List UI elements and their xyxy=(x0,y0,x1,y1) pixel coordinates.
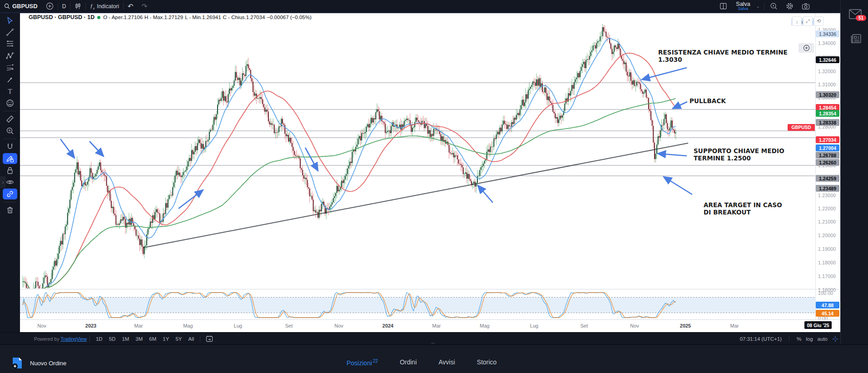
up-wicks xyxy=(23,24,676,289)
tab-label: Ordini xyxy=(400,358,417,366)
stochastic-pane-canvas[interactable] xyxy=(20,289,815,319)
trend-line-icon xyxy=(5,28,15,37)
go-to-date-button[interactable] xyxy=(203,335,216,342)
layout-panes-button[interactable] xyxy=(715,0,731,12)
save-button[interactable]: Salva Salva xyxy=(734,2,752,11)
range-button-1d[interactable]: 1D xyxy=(93,336,106,342)
lock-tool[interactable] xyxy=(3,165,17,176)
ascending-trendline[interactable] xyxy=(144,143,688,248)
emoji-tool[interactable] xyxy=(3,98,17,109)
tab-storico[interactable]: Storico xyxy=(477,358,497,367)
tradingview-link[interactable]: TradingView xyxy=(60,336,87,342)
annotation-text: SUPPORTO CHIAVE MEDIO xyxy=(694,147,784,154)
range-button-5y[interactable]: 5Y xyxy=(172,336,185,342)
indicators-button[interactable]: ƒx Indicatori xyxy=(86,0,123,12)
collapse-panel-chevron[interactable]: ︿ xyxy=(431,340,435,346)
chart-type-button[interactable] xyxy=(70,0,85,12)
screenshot-camera-button[interactable] xyxy=(799,0,813,12)
annotation-arrow[interactable] xyxy=(658,154,687,156)
fib-retracement-tool[interactable] xyxy=(3,39,17,50)
tab-ordini[interactable]: Ordini xyxy=(400,358,417,367)
target-note[interactable]: AREA TARGET IN CASODI BREAKOUT xyxy=(704,201,782,216)
ma-slow-line[interactable] xyxy=(23,99,676,288)
scroll-to-recent-icon[interactable]: ↓ xyxy=(792,16,802,26)
annotation-text: RESISTENZA CHIAVE MEDIO TERMINE xyxy=(658,49,788,56)
crosshair-target-icon[interactable] xyxy=(832,336,838,342)
range-button-1y[interactable]: 1Y xyxy=(159,336,172,342)
trend-line-tool[interactable] xyxy=(3,27,17,38)
time-axis[interactable]: 08 Giu '25 Nov2023MarMagLugSetNov2024Mar… xyxy=(20,319,840,333)
pullback-note[interactable]: PULLBACK xyxy=(689,97,726,104)
time-tick-label: 2024 xyxy=(382,323,393,328)
tab-label: Storico xyxy=(477,358,497,366)
toolbar-divider xyxy=(89,336,90,342)
reset-scale-icon[interactable]: ⟲ xyxy=(814,16,823,26)
pane-separator[interactable] xyxy=(20,289,840,289)
annotation-arrow[interactable] xyxy=(89,141,104,156)
link-tool[interactable] xyxy=(3,189,17,199)
undo-button[interactable]: ↶ xyxy=(124,0,138,12)
ruler-icon xyxy=(5,114,15,124)
annotation-arrow[interactable] xyxy=(664,177,692,194)
new-order-button[interactable]: Nuovo Ordine xyxy=(11,357,66,369)
time-tick-label: Set xyxy=(285,323,293,328)
stoch-scale-top: 100.00 xyxy=(818,290,833,296)
tab-count-badge: 22 xyxy=(373,358,378,363)
time-tick-label: Nov xyxy=(334,323,343,328)
annotation-arrow[interactable] xyxy=(642,68,687,80)
annotation-arrow[interactable] xyxy=(179,190,203,209)
tab-avvisi[interactable]: Avvisi xyxy=(439,358,455,367)
forecast-tool[interactable] xyxy=(3,62,17,73)
eye-icon xyxy=(5,178,15,187)
fib-retracement-icon xyxy=(5,40,15,49)
ruler-tool[interactable] xyxy=(3,114,17,124)
toolbar-divider xyxy=(4,111,16,111)
price-tick-label: 1.19000 xyxy=(818,246,836,252)
text-tool-tool[interactable]: T xyxy=(3,86,17,97)
compare-add-button[interactable] xyxy=(42,0,58,12)
save-menu-chevron[interactable]: ⌄ xyxy=(755,0,761,12)
price-scale[interactable]: 1.350001.340001.330001.320001.310001.300… xyxy=(816,12,840,319)
settings-gear-button[interactable] xyxy=(783,0,796,12)
magnet-tool[interactable] xyxy=(3,141,17,152)
annotation-text: PULLBACK xyxy=(689,97,726,104)
annotation-arrow[interactable] xyxy=(478,185,493,203)
range-button-5d[interactable]: 5D xyxy=(106,336,119,342)
powered-by: Powered by TradingView xyxy=(34,336,87,342)
annotation-arrow[interactable] xyxy=(673,102,687,109)
zoom-in-icon xyxy=(5,126,15,135)
trash-tool[interactable] xyxy=(3,204,17,215)
auto-scale-button[interactable]: auto xyxy=(818,336,828,342)
quick-search-button[interactable] xyxy=(767,0,780,12)
toolbar-divider xyxy=(4,202,16,202)
drawing-lock-tool[interactable] xyxy=(3,153,17,164)
chart-legend: GBPUSD · GBPUSD · 1D O - Aper.1.27106H -… xyxy=(29,14,313,20)
range-button-3m[interactable]: 3M xyxy=(132,336,146,342)
legend-symbol[interactable]: GBPUSD · GBPUSD · 1D xyxy=(29,14,94,20)
resistance-note[interactable]: RESISTENZA CHIAVE MEDIO TERMINE1.3030 xyxy=(658,49,788,63)
range-button-1m[interactable]: 1M xyxy=(119,336,132,342)
ma-mid-line[interactable] xyxy=(23,53,676,288)
toolbar-expand-handle[interactable]: › xyxy=(0,176,6,188)
percent-scale-button[interactable]: % xyxy=(797,336,801,342)
redo-button[interactable]: ↷ xyxy=(138,0,152,12)
price-tick-label: 1.23000 xyxy=(818,193,836,198)
clock-label[interactable]: 07:31:14 (UTC+1) xyxy=(740,336,782,342)
tab-posizioni[interactable]: Posizioni22 xyxy=(347,358,378,367)
log-scale-button[interactable]: log xyxy=(806,336,813,342)
symbol-search-button[interactable]: GBPUSD xyxy=(0,0,42,12)
cursor-tool[interactable] xyxy=(3,15,17,26)
interval-button[interactable]: D xyxy=(58,0,70,12)
trade-panel-bar: Nuovo Ordine Posizioni22OrdiniAvvisiStor… xyxy=(0,344,868,373)
maximize-pane-icon[interactable]: ⤢ xyxy=(803,16,813,26)
news-icon[interactable] xyxy=(850,33,862,45)
support-note[interactable]: SUPPORTO CHIAVE MEDIOTERMINE 1.2500 xyxy=(694,147,784,162)
level-badge: 1.30320 xyxy=(816,91,839,98)
xabcd-pattern-tool[interactable] xyxy=(3,50,17,61)
annotation-arrow[interactable] xyxy=(60,139,74,158)
range-button-all[interactable]: All xyxy=(185,336,197,342)
add-alert-button[interactable] xyxy=(799,43,814,53)
arrow-marker-tool[interactable] xyxy=(3,74,17,85)
zoom-in-tool[interactable] xyxy=(3,125,17,136)
range-button-6m[interactable]: 6M xyxy=(146,336,159,342)
